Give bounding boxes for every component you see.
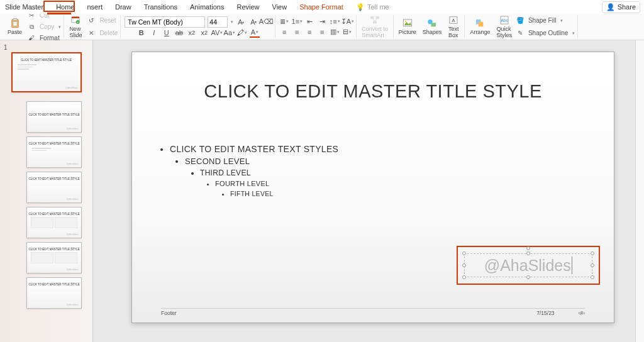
paint-bucket-icon: 🪣 bbox=[516, 16, 525, 25]
watermark-text-box[interactable]: @AhaSlides bbox=[464, 253, 592, 277]
thumb-title: CLICK TO EDIT MASTER TITLE STYLE bbox=[27, 137, 81, 145]
clear-format-button[interactable]: A⌫ bbox=[261, 17, 271, 27]
footer-placeholder[interactable]: Footer bbox=[161, 310, 177, 316]
paste-label: Paste bbox=[8, 30, 22, 36]
svg-text:+: + bbox=[77, 21, 79, 24]
arrange-button[interactable]: Arrange bbox=[467, 18, 492, 36]
shapes-button[interactable]: Shapes bbox=[420, 18, 445, 36]
font-size-select[interactable] bbox=[208, 16, 228, 28]
text-cursor bbox=[572, 256, 573, 274]
justify-button[interactable]: ≡ bbox=[317, 27, 327, 37]
thumb-brand: @AhaSlides bbox=[67, 233, 79, 236]
master-title-placeholder[interactable]: CLICK TO EDIT MASTER TITLE STYLE bbox=[132, 52, 614, 102]
picture-label: Picture bbox=[399, 30, 416, 36]
font-name-select[interactable] bbox=[125, 16, 205, 28]
picture-button[interactable]: Picture bbox=[396, 18, 419, 36]
superscript-button[interactable]: x2 bbox=[187, 28, 197, 38]
lvl3-text: THIRD LEVEL bbox=[200, 168, 251, 177]
page-number-placeholder[interactable]: ‹#› bbox=[579, 310, 585, 316]
increase-font-button[interactable]: A▴ bbox=[236, 17, 246, 27]
svg-rect-2 bbox=[13, 22, 17, 26]
menu-review[interactable]: Review bbox=[235, 2, 260, 12]
vertical-scrollbar[interactable] bbox=[635, 40, 644, 342]
copy-button[interactable]: ⧉Copy▾ bbox=[27, 21, 61, 33]
align-right-button[interactable]: ≡ bbox=[304, 27, 314, 37]
shape-outline-button[interactable]: ✎Shape Outline▾ bbox=[516, 28, 575, 39]
text-box-button[interactable]: A Text Box bbox=[445, 14, 462, 39]
layout-thumb-2[interactable]: CLICK TO EDIT MASTER TITLE STYLE @AhaSli… bbox=[26, 136, 82, 168]
master-body-placeholder[interactable]: CLICK TO EDIT MASTER TEXT STYLES SECOND … bbox=[161, 144, 576, 200]
menu-slide-master[interactable]: Slide Master bbox=[4, 2, 45, 12]
layout-thumb-3[interactable]: CLICK TO EDIT MASTER TITLE STYLE @AhaSli… bbox=[26, 172, 82, 203]
decrease-indent-button[interactable]: ⇤ bbox=[304, 16, 314, 26]
thumb-title: CLICK TO EDIT MASTER TITLE STYLE bbox=[27, 207, 81, 216]
resize-handle-sw[interactable] bbox=[462, 275, 466, 279]
pen-icon: ✎ bbox=[516, 29, 525, 38]
tell-me-label: Tell me bbox=[367, 3, 389, 11]
resize-handle-nw[interactable] bbox=[462, 251, 466, 255]
delete-icon: ✕ bbox=[87, 29, 96, 38]
master-slide[interactable]: CLICK TO EDIT MASTER TITLE STYLE CLICK T… bbox=[131, 52, 614, 323]
smartart-button[interactable]: Convert to SmartArt bbox=[359, 14, 391, 39]
resize-handle-n[interactable] bbox=[526, 251, 530, 255]
thumb-lines bbox=[13, 62, 80, 72]
highlight-button[interactable]: 🖍▾ bbox=[237, 28, 247, 38]
quick-styles-icon: Abc bbox=[499, 14, 510, 26]
date-placeholder[interactable]: 7/15/23 bbox=[536, 310, 554, 316]
menu-home[interactable]: Home bbox=[55, 2, 75, 12]
slide-thumbnails-panel[interactable]: 1 CLICK TO EDIT MASTER TITLE STYLE @AhaS… bbox=[0, 40, 93, 342]
menu-tell-me[interactable]: 💡 Tell me bbox=[355, 2, 391, 13]
line-spacing-button[interactable]: ↕≡▾ bbox=[330, 16, 340, 26]
thumb-brand: @AhaSlides bbox=[67, 128, 79, 130]
italic-button[interactable]: I bbox=[149, 28, 159, 38]
change-case-button[interactable]: Aa▾ bbox=[225, 28, 235, 38]
bold-button[interactable]: B bbox=[136, 28, 147, 38]
layout-thumb-4[interactable]: CLICK TO EDIT MASTER TITLE STYLE @AhaSli… bbox=[26, 207, 82, 238]
paste-button[interactable]: Paste bbox=[5, 18, 25, 36]
menu-insert[interactable]: nsert bbox=[86, 2, 103, 12]
subscript-button[interactable]: x2 bbox=[199, 28, 209, 38]
resize-handle-s[interactable] bbox=[526, 275, 530, 279]
font-color-button[interactable]: A▾ bbox=[250, 28, 260, 38]
thumb-two-col bbox=[27, 216, 81, 229]
increase-indent-button[interactable]: ⇥ bbox=[317, 16, 327, 26]
delete-button[interactable]: ✕Delete bbox=[87, 28, 118, 39]
resize-handle-se[interactable] bbox=[591, 275, 594, 279]
resize-handle-e[interactable] bbox=[591, 263, 594, 267]
chevron-down-icon[interactable]: ▾ bbox=[230, 19, 233, 25]
resize-handle-w[interactable] bbox=[462, 263, 466, 267]
layout-thumb-1[interactable]: CLICK TO EDIT MASTER TITLE STYLE @AhaSli… bbox=[26, 101, 82, 133]
svg-rect-1 bbox=[13, 19, 17, 21]
char-spacing-button[interactable]: AV▾ bbox=[212, 28, 222, 38]
numbering-button[interactable]: 1≡▾ bbox=[292, 16, 302, 26]
bullets-button[interactable]: ≣▾ bbox=[279, 16, 289, 26]
quick-styles-button[interactable]: Abc Quick Styles bbox=[494, 14, 514, 39]
reset-button[interactable]: ↺Reset bbox=[87, 15, 118, 26]
layout-thumb-5[interactable]: CLICK TO EDIT MASTER TITLE STYLE @AhaSli… bbox=[26, 242, 82, 273]
share-button[interactable]: 👤 Share bbox=[602, 1, 640, 13]
underline-button[interactable]: U bbox=[162, 28, 172, 38]
layout-thumb-6[interactable]: CLICK TO EDIT MASTER TITLE STYLE @AhaSli… bbox=[26, 277, 82, 309]
menu-transitions[interactable]: Transitions bbox=[143, 2, 179, 12]
menu-shape-format[interactable]: Shape Format bbox=[298, 2, 345, 12]
resize-handle-ne[interactable] bbox=[591, 251, 594, 255]
master-slide-thumb[interactable]: CLICK TO EDIT MASTER TITLE STYLE @AhaSli… bbox=[11, 52, 82, 92]
thumb-brand: @AhaSlides bbox=[67, 268, 79, 271]
align-left-button[interactable]: ≡ bbox=[279, 27, 289, 37]
shape-fill-button[interactable]: 🪣Shape Fill▾ bbox=[516, 15, 575, 26]
share-label: Share bbox=[618, 3, 636, 11]
menu-view[interactable]: View bbox=[271, 2, 289, 12]
columns-button[interactable]: ▥▾ bbox=[330, 27, 340, 37]
text-direction-button[interactable]: ↧A▾ bbox=[342, 16, 352, 26]
menu-draw[interactable]: Draw bbox=[114, 2, 133, 12]
menu-animations[interactable]: Animations bbox=[189, 2, 225, 12]
slide-canvas[interactable]: CLICK TO EDIT MASTER TITLE STYLE CLICK T… bbox=[111, 40, 635, 342]
new-slide-button[interactable]: + New Slide bbox=[67, 14, 84, 39]
align-text-button[interactable]: ⊟▾ bbox=[342, 27, 352, 37]
decrease-font-button[interactable]: A▾ bbox=[248, 17, 258, 27]
rotate-handle[interactable] bbox=[526, 246, 530, 250]
strike-button[interactable]: ab bbox=[174, 28, 184, 38]
align-center-button[interactable]: ≡ bbox=[292, 27, 302, 37]
new-slide-label: New Slide bbox=[69, 26, 82, 39]
shape-fill-label: Shape Fill bbox=[528, 17, 556, 24]
